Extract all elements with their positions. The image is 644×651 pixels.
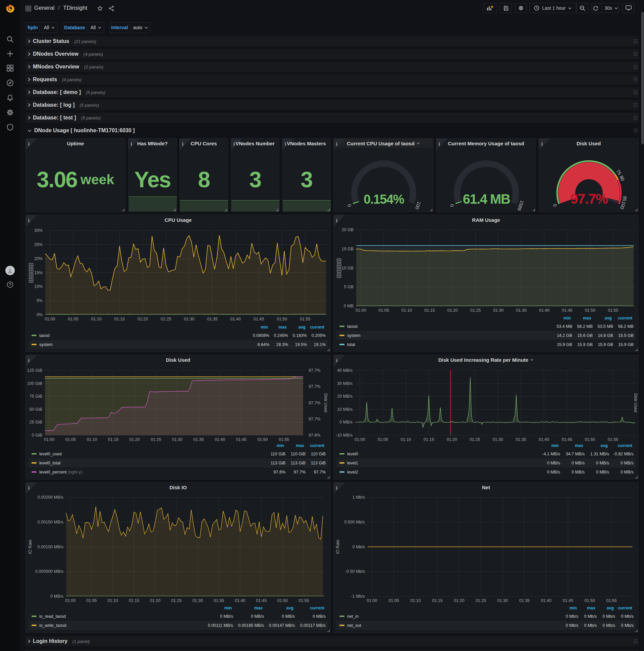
svg-text:01:20: 01:20: [447, 308, 457, 313]
svg-text:01:10: 01:10: [87, 437, 97, 442]
svg-text:100: 100: [414, 201, 422, 210]
svg-text:30 MB/s: 30 MB/s: [337, 381, 353, 386]
svg-text:0 Mb/s: 0 Mb/s: [603, 614, 615, 619]
svg-text:01:50: 01:50: [277, 317, 287, 321]
svg-text:01:55: 01:55: [298, 598, 309, 603]
svg-text:0.500 Mb/s: 0.500 Mb/s: [344, 520, 365, 525]
svg-text:01:25: 01:25: [161, 317, 171, 321]
svg-text:56.2 MB: 56.2 MB: [577, 324, 593, 329]
svg-text:io_read_taosd: io_read_taosd: [39, 614, 66, 619]
svg-text:0 MB/s: 0 MB/s: [620, 461, 634, 465]
svg-text:10 GB: 10 GB: [342, 266, 354, 271]
svg-text:01:55: 01:55: [300, 317, 310, 321]
svg-text:level0_used: level0_used: [39, 452, 62, 456]
svg-text:01:50: 01:50: [585, 437, 595, 442]
svg-text:01:55: 01:55: [606, 598, 616, 603]
svg-text:01:50: 01:50: [257, 437, 268, 442]
svg-text:level0_total: level0_total: [39, 461, 60, 465]
svg-text:01:30: 01:30: [493, 308, 504, 313]
svg-text:0 Mb/s: 0 Mb/s: [566, 623, 578, 628]
svg-text:97.6%: 97.6%: [309, 433, 320, 438]
svg-text:97.7%: 97.7%: [309, 417, 320, 422]
svg-text:01:50: 01:50: [278, 598, 288, 603]
svg-text:IO Rate: IO Rate: [28, 539, 33, 554]
svg-text:97.6%: 97.6%: [274, 470, 285, 474]
svg-text:01:05: 01:05: [388, 598, 399, 603]
svg-text:53.5 MB: 53.5 MB: [598, 324, 613, 329]
svg-text:current: current: [310, 325, 325, 330]
svg-text:01:45: 01:45: [562, 308, 572, 313]
svg-text:01:40: 01:40: [539, 308, 549, 313]
svg-text:113 GiB: 113 GiB: [311, 461, 326, 465]
svg-text:01:40: 01:40: [539, 437, 549, 442]
svg-text:-10 MB/s: -10 MB/s: [336, 433, 353, 438]
svg-text:0.00150 MB/s: 0.00150 MB/s: [38, 520, 63, 525]
svg-text:61.4 MB: 61.4 MB: [463, 192, 510, 206]
svg-text:01:00: 01:00: [366, 598, 377, 603]
svg-text:40 MB/s: 40 MB/s: [337, 368, 353, 373]
svg-text:0 MB/s: 0 MB/s: [282, 614, 295, 619]
svg-text:01:35: 01:35: [193, 437, 203, 442]
svg-text:1 Mb/s: 1 Mb/s: [352, 495, 365, 500]
svg-text:01:00: 01:00: [65, 598, 75, 603]
svg-text:01:20: 01:20: [137, 317, 148, 321]
svg-text:taosd: taosd: [347, 324, 358, 329]
svg-text:0.00117 MB/s: 0.00117 MB/s: [300, 623, 326, 628]
svg-text:0 MB/s: 0 MB/s: [572, 461, 585, 465]
svg-text:01:45: 01:45: [254, 317, 264, 321]
svg-text:01:15: 01:15: [424, 308, 435, 313]
svg-text:25%: 25%: [34, 242, 42, 247]
svg-text:01:30: 01:30: [493, 437, 503, 442]
svg-text:01:25: 01:25: [470, 308, 481, 313]
svg-text:Disk Used: Disk Used: [633, 393, 638, 412]
svg-text:system: system: [39, 342, 53, 347]
svg-text:level0_percent (right-y): level0_percent (right-y): [39, 470, 82, 474]
svg-text:0.0808%: 0.0808%: [253, 333, 269, 338]
svg-text:0 MB/s: 0 MB/s: [547, 461, 560, 465]
svg-text:0.00111 MB/s: 0.00111 MB/s: [208, 623, 233, 628]
svg-text:15%: 15%: [34, 271, 42, 275]
svg-text:net_out: net_out: [347, 623, 361, 628]
svg-text:01:30: 01:30: [193, 598, 203, 603]
svg-text:01:20: 01:20: [129, 437, 139, 442]
svg-text:current: current: [310, 443, 325, 448]
svg-text:97.7%: 97.7%: [570, 191, 608, 207]
svg-text:taosd: taosd: [39, 333, 50, 338]
svg-text:level2: level2: [347, 470, 358, 474]
svg-text:113 GiB: 113 GiB: [291, 461, 305, 465]
svg-text:34.7 MB/s: 34.7 MB/s: [566, 452, 585, 456]
svg-text:0.00200 MB/s: 0.00200 MB/s: [38, 495, 63, 500]
svg-text:53.4 MB: 53.4 MB: [556, 324, 572, 329]
svg-text:01:25: 01:25: [151, 437, 161, 442]
svg-text:01:25: 01:25: [476, 598, 486, 603]
svg-text:15.9 GB: 15.9 GB: [577, 342, 593, 347]
svg-text:20%: 20%: [34, 256, 42, 261]
svg-text:0.00195 MB/s: 0.00195 MB/s: [238, 623, 264, 628]
svg-text:min: min: [224, 606, 232, 610]
svg-text:01:10: 01:10: [108, 598, 118, 603]
svg-text:110 GiB: 110 GiB: [311, 452, 326, 456]
svg-text:01:30: 01:30: [184, 317, 194, 321]
svg-text:75 GiB: 75 GiB: [30, 394, 42, 399]
svg-text:current: current: [618, 316, 633, 320]
svg-text:0 MB/s: 0 MB/s: [547, 470, 560, 474]
svg-text:01:05: 01:05: [68, 317, 78, 321]
svg-text:01:00: 01:00: [44, 317, 55, 321]
svg-text:14.2 GB: 14.2 GB: [557, 333, 572, 338]
svg-text:01:05: 01:05: [86, 598, 97, 603]
svg-text:97.7%: 97.7%: [309, 401, 320, 405]
svg-text:0 MB/s: 0 MB/s: [596, 470, 609, 474]
svg-text:Disk Used: Disk Used: [323, 393, 328, 412]
svg-text:01:10: 01:10: [91, 317, 102, 321]
svg-text:i: i: [28, 142, 30, 147]
svg-text:current: current: [618, 443, 633, 448]
svg-text:50 GiB: 50 GiB: [30, 407, 42, 412]
svg-text:25 GiB: 25 GiB: [30, 420, 42, 425]
svg-text:current: current: [310, 606, 325, 610]
svg-text:14.8 GB: 14.8 GB: [598, 333, 613, 338]
svg-text:0 Mb/s: 0 Mb/s: [584, 623, 597, 628]
svg-text:01:40: 01:40: [541, 598, 551, 603]
svg-text:max: max: [587, 606, 595, 610]
svg-text:01:15: 01:15: [432, 598, 443, 603]
svg-text:0 MB/s: 0 MB/s: [50, 594, 63, 599]
